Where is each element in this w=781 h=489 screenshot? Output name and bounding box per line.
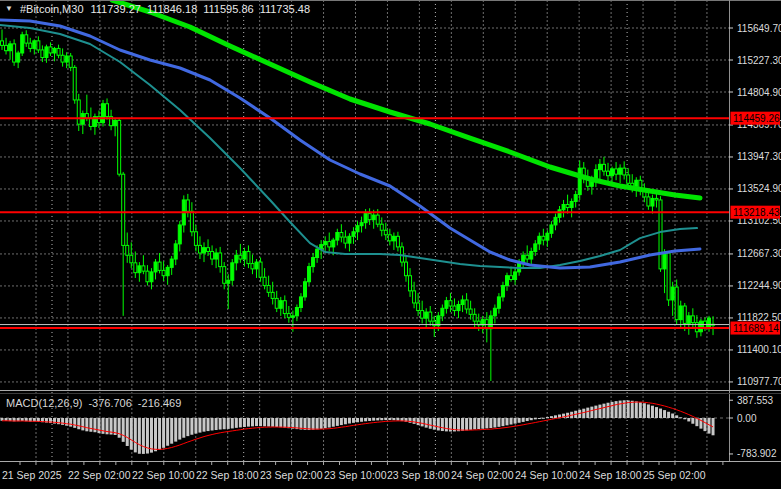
candle-bullish [538,236,541,244]
macd-bar [441,418,444,431]
candle-bearish [29,43,32,48]
candle-bearish [194,232,197,246]
chart-dropdown-icon[interactable]: ▼ [5,5,13,13]
candle-bearish [73,67,76,100]
macd-bar [251,418,254,426]
macd-bar [61,418,64,425]
macd-bar [425,418,428,428]
time-tick-label: 23 Sep 10:00 [324,469,387,481]
candle-bearish [380,224,383,230]
macd-axis[interactable]: 387.5530.00-783.902 [729,395,777,460]
candle-bullish [65,56,68,62]
candle-bullish [215,253,218,259]
candle-bearish [263,277,266,285]
macd-bar [150,418,153,453]
candle-bullish [506,276,509,286]
chart-title-bar: ▼ #Bitcoin,M30 111739.27 111846.18 11159… [5,3,310,15]
candle-bearish [271,292,274,298]
macd-bar [122,418,125,442]
ohlc-quote: 111739.27 111846.18 111595.86 111735.48 [91,3,311,15]
candle-bearish [77,100,80,124]
macd-bar [429,418,432,429]
time-tick-label: 22 Sep 18:00 [196,469,259,481]
price-tick-label: 110977.70 [737,376,781,387]
candle-bearish [469,309,472,314]
candle-bearish [118,120,121,174]
candle-bearish [683,306,686,323]
time-tick-label: 24 Sep 18:00 [579,469,642,481]
macd-bar [514,418,517,424]
macd-bar [312,418,315,430]
macd-bar [263,418,266,426]
macd-bar [635,401,638,418]
candle-bearish [89,118,92,126]
macd-bar [598,405,601,418]
macd-bar [142,418,145,454]
candle-bullish [392,236,395,241]
macd-bar [118,418,121,438]
macd-bar [162,418,165,448]
candle-bullish [174,244,177,259]
candle-bearish [186,200,189,211]
candle-bearish [453,306,456,311]
macd-bar [647,404,650,418]
macd-bar [215,418,218,430]
macd-bar [421,418,424,426]
time-tick-label: 24 Sep 02:00 [451,469,514,481]
price-axis[interactable]: 115649.70115227.30114804.90114369.701139… [729,23,781,388]
candle-bearish [526,255,529,259]
macd-bar [324,418,327,428]
candle-bullish [170,259,173,267]
macd-tick-label: 387.553 [737,395,774,406]
candle-bearish [251,264,254,269]
macd-bar [683,418,686,419]
candle-bullish [352,232,355,237]
candle-bearish [473,314,476,321]
time-tick-label: 22 Sep 02:00 [68,469,131,481]
candle-bearish [211,251,214,259]
price-level-badge-label: 111689.14 [733,323,779,334]
candle-bullish [663,253,666,269]
macd-bar [340,418,343,425]
candle-bullish [501,286,504,297]
time-tick-label: 25 Sep 02:00 [643,469,706,481]
macd-bar [316,418,319,429]
macd-bar [77,418,80,429]
macd-bar [477,418,480,429]
candle-bearish [267,286,270,293]
macd-bar [73,418,76,428]
chart-canvas[interactable]: 115649.70115227.30114804.90114369.701139… [0,0,781,489]
macd-bar [655,407,658,418]
price-tick-label: 111400.10 [737,344,781,355]
candle-bullish [651,198,654,206]
candle-bearish [207,248,210,252]
macd-tick-label: 0.00 [737,413,757,424]
candle-bullish [550,225,553,233]
macd-bar [510,418,513,425]
grid-layer [0,0,729,461]
candle-bearish [659,200,662,269]
candle-bearish [675,287,678,320]
macd-bar [93,418,96,432]
candle-bullish [457,304,460,310]
macd-bar [380,418,383,420]
macd-bar [485,418,488,428]
macd-bar [671,414,674,418]
macd-bar [457,418,460,431]
candle-bullish [687,316,690,324]
macd-bar [679,417,682,418]
candle-bullish [372,215,375,220]
candle-bearish [344,237,347,243]
macd-bar [607,403,610,418]
macd-bar [134,418,137,452]
macd-bar [243,418,246,427]
candle-bearish [623,168,626,175]
macd-bar [392,418,395,420]
candle-bullish [635,180,638,186]
candle-bullish [554,217,557,225]
candle-bearish [667,253,670,300]
time-axis[interactable]: 21 Sep 202522 Sep 02:0022 Sep 10:0022 Se… [2,462,723,481]
candle-bullish [299,297,302,308]
candle-bearish [247,251,250,263]
macd-bar [89,418,92,432]
